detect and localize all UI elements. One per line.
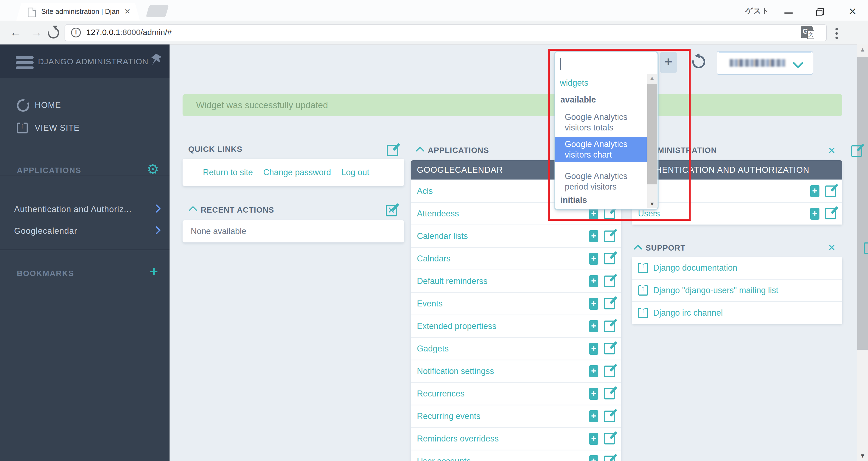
edit-model-icon[interactable] (604, 456, 615, 461)
forward-button[interactable]: → (30, 26, 42, 38)
scroll-up-icon[interactable]: ▲ (857, 46, 868, 53)
model-link[interactable]: Recurrences (417, 389, 465, 399)
tab-close-icon[interactable]: ✕ (124, 7, 130, 16)
edit-model-icon[interactable] (825, 208, 836, 219)
add-model-icon[interactable] (589, 298, 598, 310)
model-row: Users (632, 202, 842, 224)
sidebar-item-googlecalendar-app[interactable]: Googlecalendar (14, 226, 77, 236)
model-link[interactable]: Users (638, 209, 660, 219)
dropdown-scroll-up-icon[interactable]: ▲ (647, 75, 657, 81)
user-menu-button[interactable] (717, 51, 813, 75)
model-link[interactable]: Recurring events (417, 411, 480, 421)
add-model-icon[interactable] (589, 433, 598, 445)
browser-menu-icon[interactable] (835, 26, 838, 41)
collapse-icon[interactable] (415, 146, 425, 155)
remove-widget-icon[interactable]: ✕ (388, 206, 395, 215)
model-link[interactable]: User accounts (417, 456, 471, 461)
tab-stub[interactable] (146, 5, 169, 18)
picker-option-selected[interactable]: Google Analytics visitors chart (555, 137, 647, 162)
log-out-link[interactable]: Log out (341, 167, 369, 177)
edit-model-icon[interactable] (604, 230, 615, 242)
hamburger-menu-icon[interactable] (16, 54, 34, 71)
model-link[interactable]: Attendeess (417, 209, 459, 219)
add-model-icon[interactable] (589, 208, 598, 220)
window-restore-button[interactable] (816, 8, 823, 15)
add-model-icon[interactable] (589, 253, 598, 265)
model-row: Reminders overridess (411, 427, 621, 450)
url-bar[interactable] (65, 24, 827, 41)
home-icon (17, 99, 29, 112)
edit-model-icon[interactable] (604, 276, 615, 287)
picker-option-widgets[interactable]: widgets (560, 78, 588, 88)
pin-sidebar-icon[interactable] (149, 53, 163, 66)
picker-option[interactable]: Google Analytics visitors totals (555, 110, 647, 135)
add-model-icon[interactable] (589, 343, 598, 355)
refresh-dashboard-icon[interactable] (690, 53, 708, 71)
edit-widget-icon[interactable] (864, 242, 868, 254)
model-link[interactable]: Default reminderss (417, 276, 488, 286)
back-button[interactable]: ← (10, 26, 22, 38)
add-bookmark-icon[interactable]: + (150, 264, 158, 278)
site-info-icon[interactable]: i (71, 28, 81, 37)
collapse-icon[interactable] (188, 206, 197, 215)
sidebar-item-home[interactable]: HOME (35, 100, 61, 110)
model-link[interactable]: Acls (417, 186, 433, 196)
support-link[interactable]: Django irc channel (653, 308, 723, 318)
edit-model-icon[interactable] (604, 433, 615, 444)
edit-model-icon[interactable] (604, 410, 615, 422)
window-minimize-button[interactable] (784, 12, 793, 13)
url-text[interactable]: 127.0.0.1:8000/admin/# (86, 28, 172, 37)
model-link[interactable]: Calendar lists (417, 231, 468, 241)
model-link[interactable]: Extended propertiess (417, 321, 496, 331)
window-close-button[interactable]: ✕ (848, 6, 857, 18)
collapse-icon[interactable] (633, 244, 642, 253)
model-link[interactable]: Notification settingss (417, 366, 494, 376)
add-model-icon[interactable] (810, 208, 819, 220)
edit-widget-icon[interactable] (851, 145, 862, 157)
support-card: ↑Django documentation ↑Django "django-us… (632, 257, 842, 324)
picker-option[interactable]: Google Analytics period visitors (555, 169, 647, 194)
model-link[interactable]: Calndars (417, 254, 451, 264)
model-link[interactable]: Reminders overridess (417, 434, 499, 443)
edit-model-icon[interactable] (604, 366, 615, 377)
add-widget-button[interactable]: + (660, 52, 677, 73)
sidebar-item-auth-app[interactable]: Authentication and Authoriz... (14, 205, 131, 214)
edit-widget-icon[interactable] (387, 145, 398, 156)
scrollbar-thumb[interactable] (857, 57, 868, 350)
sidebar-item-view-site[interactable]: VIEW SITE (35, 123, 80, 133)
remove-widget-icon[interactable]: ✕ (828, 243, 836, 252)
edit-model-icon[interactable] (604, 343, 615, 355)
edit-model-icon[interactable] (604, 253, 615, 265)
sidebar-applications-heading: APPLICATIONS (17, 166, 82, 175)
add-model-icon[interactable] (589, 455, 598, 461)
change-password-link[interactable]: Change password (263, 167, 331, 177)
add-model-icon[interactable] (589, 388, 598, 400)
remove-widget-icon[interactable]: ✕ (828, 146, 836, 155)
add-model-icon[interactable] (589, 365, 598, 377)
edit-model-icon[interactable] (604, 320, 615, 332)
widget-search-input[interactable] (558, 54, 646, 73)
add-model-icon[interactable] (589, 320, 598, 332)
support-link[interactable]: Django "django-users" mailing list (653, 285, 778, 295)
translate-icon[interactable]: G 文 (801, 26, 813, 38)
dropdown-scrollbar-thumb[interactable] (647, 84, 657, 184)
dropdown-scrollbar[interactable]: ▲ ▼ (647, 74, 657, 208)
add-model-icon[interactable] (589, 230, 598, 242)
dropdown-scroll-down-icon[interactable]: ▼ (647, 201, 657, 207)
add-model-icon[interactable] (589, 275, 598, 287)
edit-model-icon[interactable] (825, 185, 836, 197)
add-model-icon[interactable] (810, 185, 819, 197)
gear-icon[interactable]: ⚙ (147, 162, 159, 176)
scroll-down-icon[interactable]: ▼ (857, 452, 868, 459)
quick-links-card: Return to site Change password Log out (183, 159, 404, 186)
applications-panel-heading: APPLICATIONS (428, 146, 489, 155)
model-link[interactable]: Events (417, 299, 443, 309)
return-to-site-link[interactable]: Return to site (203, 167, 253, 177)
model-link[interactable]: Gadgets (417, 344, 448, 354)
edit-model-icon[interactable] (604, 298, 615, 309)
edit-model-icon[interactable] (604, 208, 615, 219)
edit-model-icon[interactable] (604, 388, 615, 399)
model-row: Events (411, 292, 621, 314)
add-model-icon[interactable] (589, 410, 598, 422)
support-link[interactable]: Django documentation (653, 263, 737, 273)
